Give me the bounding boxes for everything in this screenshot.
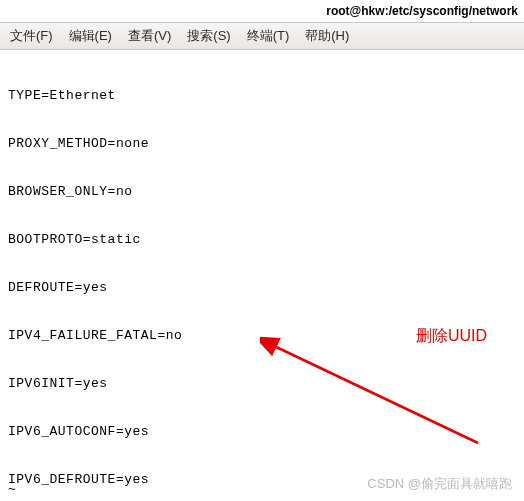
menu-help[interactable]: 帮助(H) — [301, 25, 353, 47]
config-line: IPV6_AUTOCONF=yes — [8, 424, 516, 440]
menu-search[interactable]: 搜索(S) — [183, 25, 234, 47]
config-line: TYPE=Ethernet — [8, 88, 516, 104]
config-line: IPV6INIT=yes — [8, 376, 516, 392]
config-line: DEFROUTE=yes — [8, 280, 516, 296]
menu-bar: 文件(F) 编辑(E) 查看(V) 搜索(S) 终端(T) 帮助(H) — [0, 22, 524, 50]
config-line: BROWSER_ONLY=no — [8, 184, 516, 200]
window-title: root@hkw:/etc/sysconfig/network — [0, 0, 524, 22]
menu-file[interactable]: 文件(F) — [6, 25, 57, 47]
menu-view[interactable]: 查看(V) — [124, 25, 175, 47]
config-line: BOOTPROTO=static — [8, 232, 516, 248]
menu-terminal[interactable]: 终端(T) — [243, 25, 294, 47]
watermark: CSDN @偷完面具就嘻跑 — [367, 475, 512, 493]
config-line: PROXY_METHOD=none — [8, 136, 516, 152]
vim-tilde: ~ — [8, 482, 16, 497]
annotation-text: 删除UUID — [416, 326, 487, 347]
editor-content[interactable]: TYPE=Ethernet PROXY_METHOD=none BROWSER_… — [0, 50, 524, 501]
menu-edit[interactable]: 编辑(E) — [65, 25, 116, 47]
